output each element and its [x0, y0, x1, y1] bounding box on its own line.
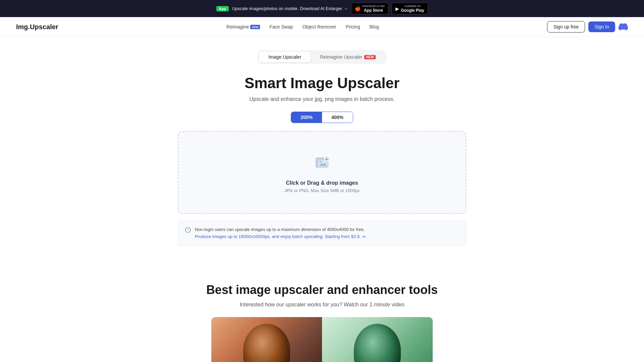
- info-link[interactable]: Produce images up to 16000x16000px, and …: [195, 234, 366, 239]
- preview-image-left: [211, 317, 322, 362]
- signin-button[interactable]: Sign In: [588, 21, 615, 32]
- scale-200-button[interactable]: 200%: [291, 112, 322, 123]
- appstore-button[interactable]: 🍎 Download on the App Store: [351, 3, 389, 14]
- discord-icon[interactable]: [619, 22, 628, 32]
- upload-icon: [311, 152, 333, 175]
- nav-pricing[interactable]: Pricing: [346, 24, 360, 29]
- nav-blog[interactable]: Blog: [369, 24, 379, 29]
- dropzone-subtitle: JPG or PNG. Max Size 5MB or 1000px: [284, 188, 360, 193]
- info-box: Non-login users can upscale images up to…: [178, 221, 466, 246]
- bottom-subtitle: Interested how our upscaler works for yo…: [7, 302, 637, 308]
- nav-objectremover[interactable]: Object Remover: [302, 24, 336, 29]
- info-icon: [185, 227, 191, 233]
- app-badge: App: [216, 6, 229, 11]
- scale-button-group: 200% 400%: [291, 112, 353, 123]
- scale-400-button[interactable]: 400%: [322, 112, 353, 123]
- nav-reimagine[interactable]: Reimagine new: [226, 24, 260, 29]
- googleplay-name: Google Play: [401, 8, 424, 13]
- tab-image-upscaler[interactable]: Image Upscaler: [259, 52, 311, 62]
- hero-title: Smart Image Upscaler: [178, 74, 466, 92]
- nav-links: Reimagine new Face Swap Object Remover P…: [226, 24, 379, 29]
- apple-icon: 🍎: [355, 6, 361, 11]
- appstore-name: App Store: [362, 8, 385, 13]
- signup-button[interactable]: Sign up free: [547, 21, 585, 33]
- google-play-icon: ▶: [395, 6, 399, 11]
- helmet-left: [243, 324, 290, 362]
- logo[interactable]: Img.Upscaler: [16, 23, 58, 31]
- appstore-label: Download on the: [362, 4, 385, 8]
- info-text: Non-login users can upscale images up to…: [195, 226, 366, 240]
- banner-text: Upscale images/photos on mobile. Downloa…: [232, 6, 348, 11]
- preview-image-row: [211, 317, 433, 362]
- bottom-title: Best image upscaler and enhancer tools: [7, 282, 637, 298]
- dropzone[interactable]: Click or Drag & drop images JPG or PNG. …: [178, 131, 466, 214]
- nav-actions: Sign up free Sign In: [547, 21, 628, 33]
- googleplay-button[interactable]: ▶ Available on Google Play: [392, 3, 428, 14]
- bottom-section: Best image upscaler and enhancer tools I…: [0, 276, 644, 362]
- reimagine-new-badge: new: [250, 25, 260, 29]
- tab-reimagine-upscaler[interactable]: Reimagine Upscaler NEW: [311, 52, 385, 62]
- hero-subtitle: Upscale and enhance your jpg, png images…: [178, 96, 466, 102]
- main-content: Image Upscaler Reimagine Upscaler NEW Sm…: [171, 37, 473, 275]
- reimagine-tab-badge: NEW: [364, 55, 375, 59]
- top-banner: App Upscale images/photos on mobile. Dow…: [0, 0, 644, 17]
- preview-image-right: [322, 317, 433, 362]
- dropzone-title: Click or Drag & drop images: [286, 180, 358, 186]
- nav-faceswap[interactable]: Face Swap: [269, 24, 293, 29]
- svg-point-2: [320, 161, 322, 163]
- navbar: Img.Upscaler Reimagine new Face Swap Obj…: [0, 17, 644, 37]
- helmet-right: [354, 324, 401, 362]
- tab-group: Image Upscaler Reimagine Upscaler NEW: [258, 50, 386, 64]
- googleplay-label: Available on: [401, 4, 424, 8]
